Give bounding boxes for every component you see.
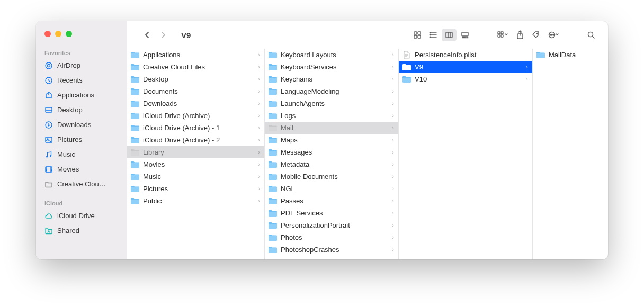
folder-row[interactable]: KeyboardServices› [265,61,398,73]
item-label: LanguageModeling [281,87,389,96]
sidebar-section-label: Favorites [36,47,127,58]
folder-row[interactable]: V10› [399,73,532,85]
folder-row[interactable]: Applications› [127,49,264,61]
folder-row[interactable]: Creative Cloud Files› [127,61,264,73]
chevron-right-icon: › [258,184,260,193]
folder-row[interactable]: PDF Services› [265,207,398,219]
item-label: Passes [281,196,389,205]
chevron-right-icon: › [258,111,260,120]
folder-icon [130,112,140,120]
chevron-right-icon: › [392,172,394,181]
item-label: iCloud Drive (Archive) - 1 [143,123,255,132]
folder-icon [268,246,278,254]
chevron-right-icon: › [258,136,260,145]
sidebar-item-desktop[interactable]: Desktop [36,103,127,118]
folder-row[interactable]: PhotoshopCrashes› [265,244,398,256]
folder-row[interactable]: iCloud Drive (Archive)› [127,110,264,122]
folder-row[interactable]: Logs› [265,110,398,122]
folder-row[interactable]: LanguageModeling› [265,85,398,97]
folder-row[interactable]: Messages› [265,146,398,158]
svg-point-30 [553,34,554,35]
folder-row[interactable]: iCloud Drive (Archive) - 2› [127,134,264,146]
column-3[interactable]: PersistenceInfo.plistV9›V10› [399,49,533,259]
folder-row[interactable]: iCloud Drive (Archive) - 1› [127,122,264,134]
gallery-view-button[interactable] [458,29,472,41]
sidebar-item-shared[interactable]: Shared [36,223,127,238]
folder-icon [268,173,278,181]
folder-row[interactable]: Desktop› [127,73,264,85]
folder-icon [130,185,140,193]
folder-icon [268,160,278,169]
folder-icon [268,51,278,59]
sidebar-item-movies[interactable]: Movies [36,162,127,177]
folder-icon [130,87,140,96]
list-view-button[interactable] [426,29,441,41]
sidebar-item-recents[interactable]: Recents [36,73,127,88]
folder-row[interactable]: Maps› [265,134,398,146]
close-window-button[interactable] [44,31,51,37]
folder-row[interactable]: Music› [127,170,264,183]
sidebar-item-pictures[interactable]: Pictures [36,132,127,147]
column-view-button[interactable] [442,29,457,41]
svg-rect-23 [498,35,500,37]
svg-point-28 [551,34,552,35]
search-button[interactable] [584,29,598,41]
folder-row[interactable]: Keyboard Layouts› [265,49,398,61]
folder-row[interactable]: Pictures› [127,183,264,195]
folder-row[interactable]: Mail› [265,122,398,134]
chevron-right-icon: › [392,62,394,71]
folder-row[interactable]: Movies› [127,158,264,170]
file-row[interactable]: PersistenceInfo.plist [399,49,532,61]
item-label: Public [143,196,255,205]
item-label: Library [143,148,255,157]
sidebar-item-creative-cloud[interactable]: Creative Clou… [36,177,127,192]
sidebar-item-downloads[interactable]: Downloads [36,118,127,132]
tags-button[interactable] [529,29,543,41]
chevron-right-icon: › [392,123,394,132]
file-icon [402,51,412,59]
item-label: Mail [281,123,389,132]
folder-row[interactable]: Public› [127,195,264,207]
folder-row[interactable]: Metadata› [265,158,398,170]
folder-row[interactable]: Keychains› [265,73,398,85]
item-label: PersonalizationPortrait [281,221,389,230]
share-button[interactable] [513,29,527,41]
column-2[interactable]: Keyboard Layouts›KeyboardServices›Keycha… [265,49,399,259]
chevron-right-icon: › [392,87,394,96]
chevron-right-icon: › [392,148,394,157]
icon-view-button[interactable] [410,29,425,41]
folder-row[interactable]: Photos› [265,231,398,244]
action-button[interactable] [544,29,562,41]
sidebar-item-applications[interactable]: Applications [36,88,127,103]
group-by-button[interactable] [494,29,512,41]
column-1[interactable]: Applications›Creative Cloud Files›Deskto… [127,49,265,259]
folder-row[interactable]: MailData [533,49,608,61]
folder-row[interactable]: NGL› [265,183,398,195]
folder-row[interactable]: PersonalizationPortrait› [265,219,398,231]
folder-row[interactable]: LaunchAgents› [265,97,398,110]
forward-button[interactable] [156,29,171,41]
sidebar-item-airdrop[interactable]: AirDrop [36,58,127,73]
chevron-right-icon: › [392,196,394,205]
folder-row[interactable]: Passes› [265,195,398,207]
sidebar-item-music[interactable]: Music [36,147,127,162]
folder-row[interactable]: Mobile Documents› [265,170,398,183]
sidebar-item-icloud[interactable]: iCloud Drive [36,209,127,223]
folder-row[interactable]: V9› [399,61,532,73]
zoom-window-button[interactable] [66,31,72,37]
sidebar: Favorites AirDrop Recents Applications D… [36,21,127,259]
minimize-window-button[interactable] [55,31,61,37]
folder-row[interactable]: Library› [127,146,264,158]
svg-rect-3 [46,107,52,112]
folder-row[interactable]: Downloads› [127,97,264,110]
folder-icon [268,209,278,218]
svg-rect-21 [498,32,500,34]
column-4[interactable]: MailData [533,49,608,259]
svg-rect-19 [464,37,466,38]
folder-row[interactable]: Documents› [127,85,264,97]
item-label: Keyboard Layouts [281,50,389,59]
back-button[interactable] [140,29,155,41]
applications-icon [44,91,53,100]
folder-icon [268,100,278,108]
chevron-right-icon: › [392,50,394,59]
